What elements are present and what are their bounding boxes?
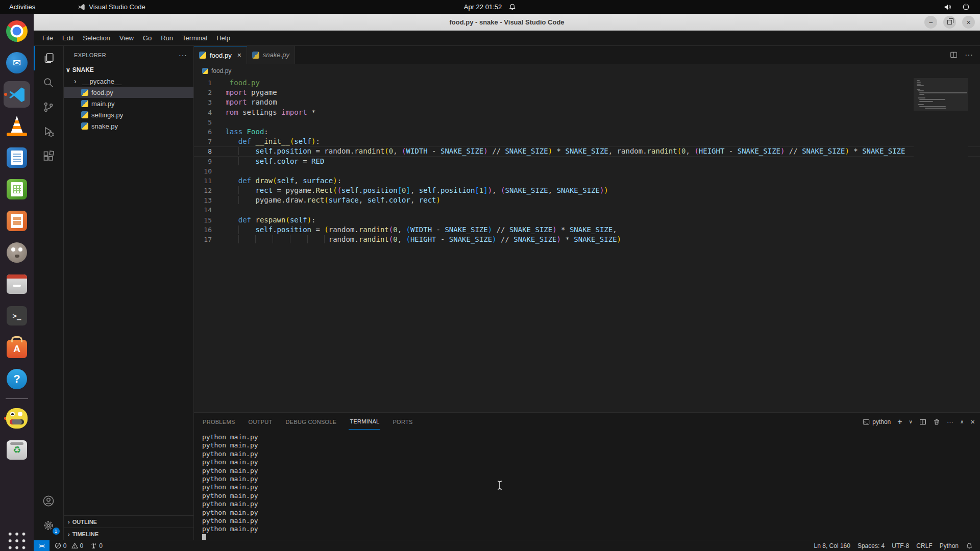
panel-more-icon[interactable]: ··· [947,418,953,425]
minimize-button[interactable]: − [924,16,937,29]
bell-icon[interactable] [509,3,516,11]
code-line[interactable]: 11 def draw(self, surface): [194,176,980,186]
help-icon[interactable]: ? [4,366,30,392]
close-button[interactable]: × [962,16,975,29]
sidebar-item-main[interactable]: main.py [64,98,193,109]
outline-section[interactable]: › OUTLINE [64,515,193,528]
libreoffice-writer-icon[interactable] [4,144,30,171]
cursor-position[interactable]: Ln 8, Col 160 [814,542,850,549]
code-line[interactable]: 1# food.py [194,78,980,88]
code-line[interactable]: 3import random [194,97,980,107]
code-line[interactable]: 9 self.color = RED [194,157,980,166]
more-actions-icon[interactable]: ··· [965,51,973,60]
ports-status[interactable]: 0 [90,542,103,549]
trash-icon[interactable]: ♻ [4,437,30,463]
terminal-app-icon[interactable]: >_ [4,303,30,329]
code-line[interactable]: 15 def respawn(self): [194,215,980,225]
extensions-icon[interactable] [34,144,64,168]
vlc-icon[interactable] [4,113,30,139]
kill-terminal-icon[interactable] [933,418,940,425]
menu-terminal[interactable]: Terminal [178,32,212,44]
menu-go[interactable]: Go [138,32,156,44]
tab-output[interactable]: OUTPUT [248,414,274,430]
app-grid-icon[interactable] [4,524,30,551]
window-titlebar[interactable]: food.py - snake - Visual Studio Code − × [34,14,980,31]
vscode-dock-icon[interactable] [4,81,30,108]
libreoffice-impress-icon[interactable] [4,208,30,234]
explorer-icon[interactable] [34,46,64,70]
code-line[interactable]: 5 [194,117,980,127]
breadcrumb[interactable]: food.py [194,64,980,78]
ubuntu-software-icon[interactable]: A [4,334,30,361]
close-panel-icon[interactable]: × [970,417,975,426]
terminal-profile[interactable]: python [863,418,891,425]
tab-debug-console[interactable]: DEBUG CONSOLE [285,414,338,430]
timeline-section[interactable]: › TIMELINE [64,528,193,540]
chrome-icon[interactable] [4,18,30,44]
tab-snake-py[interactable]: snake.py [247,46,295,64]
maximize-panel-icon[interactable]: ∧ [960,419,964,424]
code-line[interactable]: 2import pygame [194,88,980,97]
terminal-output[interactable]: python main.pypython main.pypython main.… [194,431,980,540]
code-line[interactable]: 7 def __init__(self): [194,137,980,146]
search-icon[interactable] [34,70,64,95]
sidebar-more-icon[interactable]: ··· [179,51,187,59]
code-editor[interactable]: 1# food.py2import pygame3import random4f… [194,78,980,412]
code-line[interactable]: 6class Food: [194,127,980,137]
menu-file[interactable]: File [38,32,58,44]
code-line[interactable]: 16 self.position = (random.randint(0, (W… [194,225,980,235]
menu-edit[interactable]: Edit [58,32,78,44]
focused-app[interactable]: Visual Studio Code [78,3,145,11]
minimap[interactable] [914,78,968,412]
encoding[interactable]: UTF-8 [892,542,909,549]
power-icon[interactable] [962,3,970,11]
gimp-icon[interactable] [4,239,30,266]
files-icon[interactable] [4,271,30,297]
sidebar-item-pycache[interactable]: › __pycache__ [64,76,193,87]
problems-status[interactable]: 0 0 [55,542,83,549]
run-debug-icon[interactable] [34,119,64,144]
terminal-line: python main.py [202,483,980,491]
project-root[interactable]: ∨ SNAKE [64,64,193,76]
split-editor-icon[interactable] [950,51,958,59]
remote-indicator[interactable]: >< [34,540,50,551]
line-number: 15 [194,215,226,225]
code-line[interactable]: 17 random.randint(0, (HEIGHT - SNAKE_SIZ… [194,235,980,244]
code-line[interactable]: 10 [194,166,980,176]
new-terminal-icon[interactable]: + [897,417,902,427]
menu-run[interactable]: Run [156,32,178,44]
menu-help[interactable]: Help [212,32,235,44]
split-terminal-icon[interactable] [919,418,926,425]
close-icon[interactable]: × [237,51,241,59]
source-control-icon[interactable] [34,95,64,119]
sidebar-item-settings[interactable]: settings.py [64,109,193,120]
language-mode[interactable]: Python [940,542,959,549]
thunderbird-icon[interactable]: ✉ [4,49,30,76]
tab-terminal[interactable]: TERMINAL [349,414,380,430]
code-line[interactable]: 14 [194,205,980,215]
notifications-bell-icon[interactable] [966,542,973,549]
tab-problems[interactable]: PROBLEMS [202,414,236,430]
code-line[interactable]: 12 rect = pygame.Rect((self.position[0],… [194,186,980,195]
tab-food-py[interactable]: food.py × [194,46,247,64]
gimp-logo [7,242,27,263]
code-line[interactable]: 13 pygame.draw.rect(surface, self.color,… [194,195,980,205]
restore-button[interactable] [943,16,956,29]
terminal-dropdown-icon[interactable]: ∨ [909,419,913,424]
menu-view[interactable]: View [115,32,138,44]
menu-selection[interactable]: Selection [78,32,114,44]
clock[interactable]: Apr 22 01:52 [464,3,502,11]
accounts-icon[interactable] [34,489,64,513]
code-line[interactable]: 8 self.position = random.randint(0, (WID… [194,146,980,156]
volume-icon[interactable] [944,4,952,11]
eol-sequence[interactable]: CRLF [916,542,932,549]
code-line[interactable]: 4from settings import * [194,108,980,117]
indentation[interactable]: Spaces: 4 [857,542,885,549]
libreoffice-calc-icon[interactable] [4,176,30,203]
sidebar-item-food[interactable]: food.py [64,87,193,98]
sidebar-item-snake[interactable]: snake.py [64,120,193,132]
manage-gear-icon[interactable]: 1 [34,513,64,538]
game-icon[interactable] [4,405,30,432]
activities-button[interactable]: Activities [0,3,44,11]
tab-ports[interactable]: PORTS [391,414,413,430]
